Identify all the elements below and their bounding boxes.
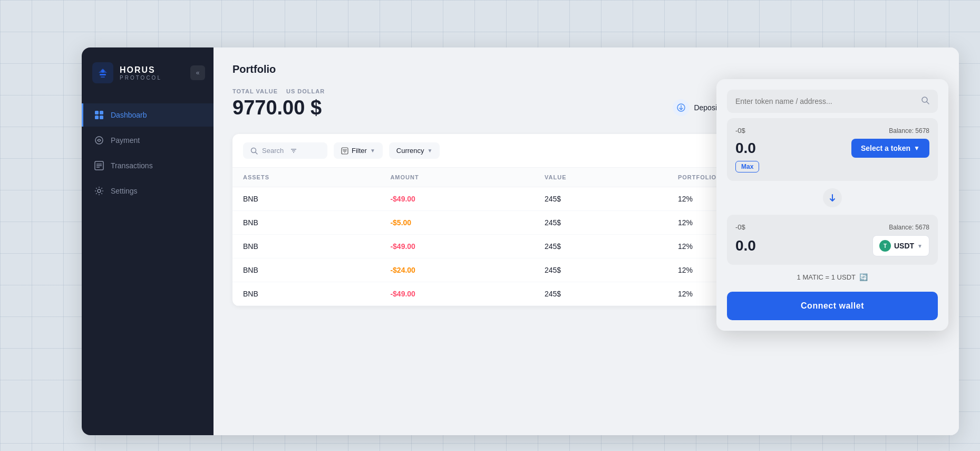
swap-panel-inner: -0$ Balance: 5678 0.0 Select a token ▼ M… <box>716 79 948 331</box>
max-badge[interactable]: Max <box>735 161 759 172</box>
sidebar-collapse-button[interactable]: « <box>190 65 205 80</box>
payment-icon <box>94 135 104 146</box>
sidebar-item-transactions-label: Transactions <box>111 161 153 170</box>
to-card-bottom: 0.0 T USDT ▼ <box>735 235 929 256</box>
sidebar-item-payment[interactable]: Payment <box>82 129 214 152</box>
deposit-icon <box>673 99 690 116</box>
browser-window: HORUS PROTOCOL « Dashboarb <box>82 47 959 435</box>
usdt-label: USDT <box>894 242 914 250</box>
sidebar-item-dashboard[interactable]: Dashboarb <box>82 103 214 127</box>
portfolio-value-section: TOTAL VALUE US DOLLAR 9770.00 $ <box>232 88 325 119</box>
token-search-icon[interactable] <box>921 96 929 107</box>
svg-rect-5 <box>100 111 103 114</box>
sidebar-item-settings[interactable]: Settings <box>82 179 214 203</box>
currency-label: US DOLLAR <box>286 88 325 94</box>
search-icon <box>250 147 258 155</box>
usdt-chevron-icon: ▼ <box>917 243 923 249</box>
cell-value: 245$ <box>534 235 667 258</box>
svg-point-3 <box>101 70 104 73</box>
from-card-top: -0$ Balance: 5678 <box>735 127 929 135</box>
select-token-chevron: ▼ <box>914 145 920 152</box>
cell-amount: -$49.00 <box>380 235 534 258</box>
portfolio-labels: TOTAL VALUE US DOLLAR <box>232 88 325 94</box>
svg-rect-4 <box>95 111 99 114</box>
rate-refresh-icon[interactable]: 🔄 <box>859 273 868 281</box>
cell-amount: -$5.00 <box>380 211 534 235</box>
from-card-bottom: 0.0 Select a token ▼ <box>735 139 929 158</box>
select-token-label: Select a token <box>861 144 910 152</box>
sidebar-item-transactions[interactable]: Transactions <box>82 154 214 177</box>
svg-point-13 <box>98 189 101 193</box>
cell-asset: BNB <box>232 258 380 282</box>
svg-rect-7 <box>100 116 103 119</box>
cell-value: 245$ <box>534 258 667 282</box>
svg-rect-2 <box>101 76 105 78</box>
to-card-top: -0$ Balance: 5678 <box>735 223 929 231</box>
deposit-label: Deposit <box>694 103 719 112</box>
swap-arrow-area <box>727 186 938 209</box>
token-search-input[interactable] <box>735 97 916 105</box>
swap-panel: -0$ Balance: 5678 0.0 Select a token ▼ M… <box>716 79 948 331</box>
sidebar-item-payment-label: Payment <box>111 136 140 145</box>
search-box[interactable]: Search <box>243 142 327 159</box>
settings-icon <box>94 186 104 196</box>
to-balance: Balance: 5678 <box>889 224 929 231</box>
sidebar-item-dashboard-label: Dashboarb <box>111 111 147 119</box>
filter-lines-icon <box>290 147 297 155</box>
search-label: Search <box>262 147 284 155</box>
cell-asset: BNB <box>232 235 380 258</box>
cell-amount: -$49.00 <box>380 282 534 306</box>
cell-asset: BNB <box>232 282 380 306</box>
filter-label: Filter <box>352 147 367 155</box>
from-amount-usd: -0$ <box>735 127 745 135</box>
svg-rect-1 <box>100 74 106 75</box>
rate-info: 1 MATIC = 1 USDT 🔄 <box>727 270 938 284</box>
from-amount: 0.0 <box>735 140 756 157</box>
filter-chevron-icon: ▼ <box>370 148 375 153</box>
cell-value: 245$ <box>534 187 667 211</box>
to-token-card: -0$ Balance: 5678 0.0 T USDT ▼ <box>727 215 938 265</box>
portfolio-amount: 9770.00 $ <box>232 97 325 119</box>
cell-value: 245$ <box>534 282 667 306</box>
sidebar-logo-area: HORUS PROTOCOL « <box>82 47 214 98</box>
dashboard-icon <box>94 110 104 120</box>
connect-wallet-button[interactable]: Connect wallet <box>727 292 938 320</box>
rate-text: 1 MATIC = 1 USDT <box>797 273 856 281</box>
col-value: VALUE <box>534 168 667 187</box>
deposit-button[interactable]: Deposit <box>672 96 720 119</box>
from-token-card: -0$ Balance: 5678 0.0 Select a token ▼ M… <box>727 118 938 181</box>
token-search-box[interactable] <box>727 90 938 113</box>
currency-label: Currency <box>396 147 424 155</box>
col-amount: AMOUNT <box>380 168 534 187</box>
cell-asset: BNB <box>232 187 380 211</box>
currency-button[interactable]: Currency ▼ <box>389 142 440 159</box>
cell-amount: -$24.00 <box>380 258 534 282</box>
cell-value: 245$ <box>534 211 667 235</box>
to-amount: 0.0 <box>735 237 756 254</box>
svg-rect-6 <box>95 116 99 119</box>
total-value-label: TOTAL VALUE <box>232 88 278 94</box>
logo-title: HORUS <box>120 65 162 75</box>
select-token-button[interactable]: Select a token ▼ <box>851 139 929 158</box>
page-title: Portfolio <box>232 63 940 75</box>
sidebar-nav: Dashboarb Payment <box>82 98 214 208</box>
usdt-icon: T <box>879 240 891 252</box>
usdt-select-button[interactable]: T USDT ▼ <box>872 235 929 256</box>
filter-icon <box>341 147 348 155</box>
logo-icon <box>92 62 113 83</box>
swap-direction-button[interactable] <box>823 188 842 207</box>
cell-amount: -$49.00 <box>380 187 534 211</box>
svg-point-8 <box>95 137 103 144</box>
from-balance: Balance: 5678 <box>889 127 929 135</box>
logo-text: HORUS PROTOCOL <box>120 65 162 81</box>
filter-button[interactable]: Filter ▼ <box>334 142 383 159</box>
col-assets: ASSETS <box>232 168 380 187</box>
logo-subtitle: PROTOCOL <box>120 75 162 81</box>
transactions-icon <box>94 160 104 171</box>
currency-chevron-icon: ▼ <box>428 148 433 153</box>
sidebar-item-settings-label: Settings <box>111 187 138 195</box>
cell-asset: BNB <box>232 211 380 235</box>
sidebar: HORUS PROTOCOL « Dashboarb <box>82 47 214 435</box>
to-amount-usd: -0$ <box>735 223 745 231</box>
